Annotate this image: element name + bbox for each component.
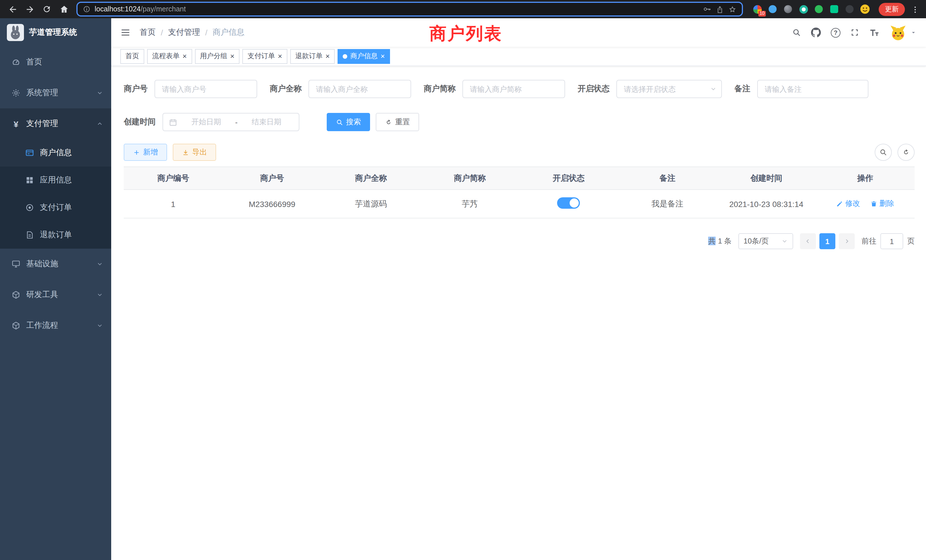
chrome-update-button[interactable]: 更新 (879, 3, 905, 16)
close-icon[interactable]: × (278, 53, 282, 60)
close-icon[interactable]: × (381, 53, 385, 60)
next-page-button[interactable] (839, 233, 855, 249)
cell-id: 1 (124, 190, 222, 218)
dashboard-icon (11, 58, 21, 67)
export-button[interactable]: 导出 (173, 144, 216, 161)
water-drop-extension-icon[interactable] (767, 4, 778, 14)
url-host: localhost:1024 (95, 5, 141, 13)
date-range-picker[interactable]: 开始日期 - 结束日期 (162, 113, 300, 131)
toggle-search-button[interactable] (875, 144, 892, 161)
font-size-icon[interactable] (869, 27, 880, 38)
short-name-input[interactable] (462, 80, 565, 98)
cell-actions: 修改 删除 (816, 190, 915, 218)
github-icon[interactable] (811, 27, 821, 38)
full-name-input[interactable] (309, 80, 411, 98)
address-bar[interactable]: localhost:1024/pay/merchant (76, 2, 743, 17)
search-button[interactable]: 搜索 (327, 113, 370, 131)
goto-page-input[interactable] (881, 233, 903, 249)
ring-extension-icon[interactable] (798, 4, 808, 14)
remark-label: 备注 (734, 84, 750, 94)
bookmark-star-icon[interactable] (728, 5, 737, 14)
delete-link[interactable]: 删除 (870, 199, 894, 209)
payment-submenu: 商户信息 应用信息 支付订单 退款订单 (0, 139, 111, 249)
merchant-no-input[interactable] (154, 80, 257, 98)
refresh-icon (385, 118, 392, 126)
date-end-placeholder[interactable]: 结束日期 (240, 117, 293, 127)
cell-remark: 我是备注 (618, 190, 717, 218)
main-area: 首页 / 支付管理 / 商户信息 商户列表 ? (111, 18, 926, 560)
calendar-icon (169, 118, 177, 126)
search-button-label: 搜索 (346, 117, 361, 127)
site-info-icon[interactable] (83, 5, 91, 13)
tab-pay-orders[interactable]: 支付订单 × (242, 49, 287, 64)
page-number-button[interactable]: 1 (819, 233, 835, 249)
caret-down-icon (910, 29, 917, 36)
forward-button[interactable] (22, 1, 38, 17)
table-header-actions: 操作 (816, 167, 915, 190)
breadcrumb-payment[interactable]: 支付管理 (168, 27, 200, 38)
sidebar-item-pay-orders[interactable]: 支付订单 (0, 194, 111, 221)
green-circle-extension-icon[interactable] (814, 4, 824, 14)
gear-icon (11, 88, 21, 97)
help-icon[interactable]: ? (831, 28, 840, 37)
remark-input[interactable] (757, 80, 869, 98)
reset-button[interactable]: 重置 (376, 113, 419, 131)
profile-avatar[interactable] (860, 4, 870, 14)
sidebar-toggle-icon[interactable] (120, 27, 130, 38)
sidebar-item-refund-orders[interactable]: 退款订单 (0, 221, 111, 249)
cell-status (519, 190, 618, 218)
chevron-down-icon (781, 238, 788, 245)
toggle-knob (570, 198, 579, 207)
browser-menu-icon[interactable] (909, 4, 921, 14)
green-square-extension-icon[interactable] (829, 4, 839, 14)
back-button[interactable] (5, 1, 21, 17)
close-icon[interactable]: × (230, 53, 235, 60)
page-size-select[interactable]: 10条/页 (738, 233, 793, 249)
search-icon[interactable] (792, 28, 801, 37)
sphere-extension-icon[interactable] (783, 4, 793, 14)
share-icon[interactable] (716, 5, 724, 14)
table-header-create-time: 创建时间 (717, 167, 816, 190)
fullscreen-icon[interactable] (850, 28, 859, 37)
status-select[interactable] (616, 80, 722, 98)
tab-merchant-info[interactable]: 商户信息 × (338, 49, 390, 64)
sidebar-item-payment[interactable]: ¥ 支付管理 (0, 108, 111, 139)
tab-label: 用户分组 (200, 51, 227, 61)
user-menu[interactable] (890, 24, 917, 41)
goto-page: 前往 页 (862, 233, 915, 249)
tab-refund-orders[interactable]: 退款订单 × (290, 49, 335, 64)
sidebar-item-app-info[interactable]: 应用信息 (0, 166, 111, 194)
password-key-icon[interactable] (702, 5, 712, 14)
knot-extension-icon[interactable] (844, 4, 855, 14)
tab-home[interactable]: 首页 (120, 49, 144, 64)
app-logo-row[interactable]: 芋道管理系统 (0, 18, 111, 47)
sidebar-item-home[interactable]: 首页 (0, 47, 111, 77)
search-icon (879, 148, 887, 156)
close-icon[interactable]: × (325, 53, 330, 60)
sidebar-item-workflow[interactable]: 工作流程 (0, 310, 111, 341)
tab-user-group[interactable]: 用户分组 × (195, 49, 239, 64)
sidebar: 芋道管理系统 首页 系统管理 ¥ 支付管理 商户信息 (0, 18, 111, 560)
close-icon[interactable]: × (183, 53, 187, 60)
sidebar-item-infrastructure[interactable]: 基础设施 (0, 249, 111, 279)
refresh-table-button[interactable] (897, 144, 915, 161)
cell-merchant-no: M233666999 (222, 190, 322, 218)
table-header-row: 商户编号 商户号 商户全称 商户简称 开启状态 备注 创建时间 操作 (124, 167, 915, 190)
edit-link[interactable]: 修改 (836, 199, 860, 209)
reload-button[interactable] (39, 1, 55, 17)
date-start-placeholder[interactable]: 开始日期 (180, 117, 233, 127)
pinwheel-extension-icon[interactable]: 10 (752, 4, 763, 14)
sidebar-item-dev-tools[interactable]: 研发工具 (0, 279, 111, 310)
sidebar-item-merchant-info[interactable]: 商户信息 (0, 139, 111, 166)
total-rest: 1 条 (718, 237, 732, 245)
add-button[interactable]: 新增 (124, 144, 167, 161)
filter-remark: 备注 (734, 80, 869, 98)
status-toggle[interactable] (557, 197, 580, 209)
toolbar-right (875, 144, 915, 161)
tab-process-form[interactable]: 流程表单 × (147, 49, 192, 64)
home-button[interactable] (56, 1, 72, 17)
prev-page-button[interactable] (800, 233, 816, 249)
navbar-actions: ? (792, 24, 917, 41)
breadcrumb-home[interactable]: 首页 (140, 27, 156, 38)
sidebar-item-system[interactable]: 系统管理 (0, 77, 111, 108)
